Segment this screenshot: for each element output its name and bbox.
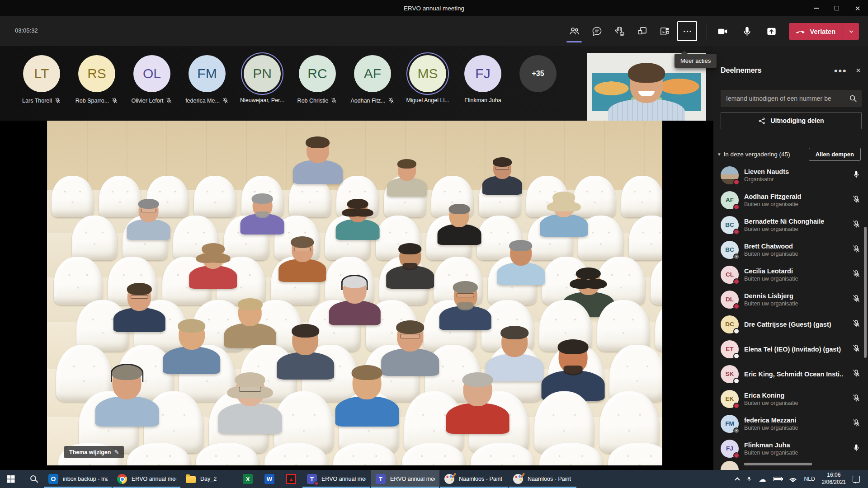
teams-meeting-window: ERVO annual meeting ✕ 03:05:32 F <box>0 0 868 488</box>
tray-chevron-icon[interactable] <box>735 477 740 482</box>
action-center-icon[interactable] <box>853 476 860 483</box>
participant-mic[interactable] <box>852 394 861 404</box>
participant-row[interactable]: Lieven Naudts Organisator <box>721 163 868 188</box>
participants-button[interactable] <box>564 21 584 41</box>
participant-mic[interactable] <box>852 170 861 181</box>
participant-row-clipped[interactable] <box>721 461 868 470</box>
tray-microphone-icon[interactable] <box>746 475 752 483</box>
participant-avatar[interactable]: PN Nieuwejaar, Per... <box>237 52 288 104</box>
camera-button[interactable] <box>712 21 732 41</box>
mute-all-button[interactable]: Allen dempen <box>809 148 861 161</box>
participant-row[interactable]: SK Eric King, Schmidt Ocean Insti... <box>721 361 868 386</box>
taskbar-item-paint[interactable]: Naamloos - Paint <box>439 470 508 488</box>
participant-row[interactable]: BC Bernadette Ni Chonghaile Buiten uw or… <box>721 212 868 237</box>
chair <box>621 176 662 217</box>
participant-row[interactable]: BC ✕ Brett Chatwood Buiten uw organisati… <box>721 237 868 262</box>
panel-close-icon[interactable]: × <box>856 66 861 75</box>
wifi-icon[interactable] <box>788 476 797 482</box>
taskbar-item-folder[interactable]: Day_2 <box>181 470 237 488</box>
participant-avatar[interactable]: RS Rob Sparro... <box>71 52 122 104</box>
presence-dot <box>314 481 319 486</box>
change-theme-button[interactable]: Thema wijzigen ✎ <box>64 446 124 458</box>
auditorium-person <box>127 200 170 239</box>
taskbar-item-teams[interactable]: T ERVO annual meeti... <box>371 470 439 488</box>
leave-options-button[interactable] <box>843 23 859 40</box>
reactions-button[interactable] <box>609 21 629 41</box>
participant-avatar[interactable]: FM federica Me... <box>182 52 232 104</box>
taskbar-item-outlook[interactable]: O inbox backup - Ina... <box>43 470 112 488</box>
participant-mic[interactable] <box>852 319 861 330</box>
panel-header: Deelnemers ●●● × <box>721 66 861 75</box>
participant-mic[interactable] <box>852 443 861 454</box>
participant-mic[interactable] <box>852 244 861 255</box>
chair <box>264 443 328 465</box>
panel-more-icon[interactable]: ●●● <box>834 67 847 74</box>
taskbar-item-word[interactable]: W <box>259 470 280 488</box>
participant-avatar: ET <box>721 340 739 358</box>
participant-mic[interactable] <box>852 269 861 280</box>
onedrive-icon[interactable]: ☁ <box>759 475 766 483</box>
participant-avatar[interactable]: OL Olivier Lefort <box>127 52 177 104</box>
clock[interactable]: 16:06 2/06/2021 <box>822 472 846 486</box>
participant-avatar[interactable]: MS Miguel Angel Ll... <box>402 52 453 104</box>
taskbar-app-label: ERVO annual meeti... <box>390 476 435 482</box>
participant-mic[interactable] <box>852 418 861 429</box>
taskbar-items: O inbox backup - Ina... ERVO annual meet… <box>0 470 577 488</box>
share-screen-button[interactable] <box>761 21 781 41</box>
leave-button[interactable]: Verlaten <box>789 23 843 40</box>
participant-row[interactable]: EK Erica Koning Buiten uw organisatie <box>721 386 868 411</box>
participant-row[interactable]: CL Cecilia Leotardi Buiten uw organisati… <box>721 262 868 287</box>
participant-name: Cecilia Leotardi <box>744 267 798 275</box>
microphone-button[interactable] <box>737 21 757 41</box>
forms-app-icon: F <box>659 25 671 38</box>
mic-muted-icon <box>54 97 61 104</box>
close-button[interactable]: ✕ <box>847 0 868 16</box>
more-actions-button[interactable] <box>677 21 697 41</box>
participant-avatar[interactable]: +35 <box>513 52 563 104</box>
participant-mic[interactable] <box>852 220 861 230</box>
taskbar-item-start[interactable] <box>0 470 22 488</box>
participant-row[interactable]: DC Dre Cattrijsse (Guest) (gast) <box>721 312 868 337</box>
taskbar-item-excel[interactable]: X <box>237 470 259 488</box>
mic-on-icon <box>852 443 861 452</box>
participant-avatar[interactable]: AF Aodhan Fitz... <box>347 52 398 104</box>
participant-avatar[interactable]: RC Rob Christie <box>292 52 343 104</box>
minimize-button[interactable] <box>806 0 826 16</box>
auditorium-person <box>387 160 427 197</box>
restore-button[interactable] <box>826 0 847 16</box>
breakout-rooms-button[interactable] <box>632 21 652 41</box>
taskbar-item-search[interactable] <box>22 470 43 488</box>
avatar-initials: LT <box>34 66 49 81</box>
participant-row[interactable]: FJ Flinkman Juha Buiten uw organisatie <box>721 436 868 461</box>
participant-row[interactable]: FM ✕ federica Mezzani Buiten uw organisa… <box>721 411 868 436</box>
participant-name: Brett Chatwood <box>744 243 798 250</box>
participant-row[interactable]: AF Aodhan Fitzgerald Buiten uw organisat… <box>721 188 868 212</box>
taskbar-item-paint[interactable]: Naamloos - Paint <box>508 470 577 488</box>
chat-button[interactable] <box>587 21 607 41</box>
apps-button[interactable]: F <box>655 21 675 41</box>
participant-mic[interactable] <box>852 195 861 206</box>
participant-avatar[interactable]: FJ Flinkman Juha <box>458 52 508 104</box>
battery-icon[interactable] <box>773 477 782 481</box>
participant-mic[interactable] <box>852 294 861 305</box>
taskbar-item-teams[interactable]: T ERVO annual meeti... <box>302 470 371 488</box>
share-invite-button[interactable]: Uitnodiging delen <box>721 112 862 129</box>
camera-icon <box>717 25 729 38</box>
participant-row[interactable]: DL Dennis Lisbjerg Buiten uw organisatie <box>721 287 868 312</box>
panel-scrollbar[interactable] <box>864 227 867 358</box>
auditorium-person <box>218 374 282 434</box>
participant-mic[interactable] <box>852 369 861 380</box>
participant-name: federica Mezzani <box>744 417 798 424</box>
collapse-triangle-icon[interactable]: ▾ <box>718 151 721 157</box>
participant-row[interactable]: ET Elena Tel (IEO) (Invitado) (gast) <box>721 337 868 361</box>
acrobat-icon: ▲ <box>286 474 297 484</box>
invite-search-input[interactable] <box>721 95 849 102</box>
auditorium-person <box>293 138 343 184</box>
participant-mic[interactable] <box>852 344 861 355</box>
participant-avatar[interactable]: LT Lars Thorell <box>16 52 67 104</box>
language-indicator[interactable]: NLD <box>804 476 815 482</box>
presence-badge: ✕ <box>733 427 740 434</box>
avatar-initials: DC <box>725 321 734 328</box>
taskbar-item-acrobat[interactable]: ▲ <box>280 470 302 488</box>
taskbar-item-chrome[interactable]: ERVO annual meeti... <box>112 470 181 488</box>
